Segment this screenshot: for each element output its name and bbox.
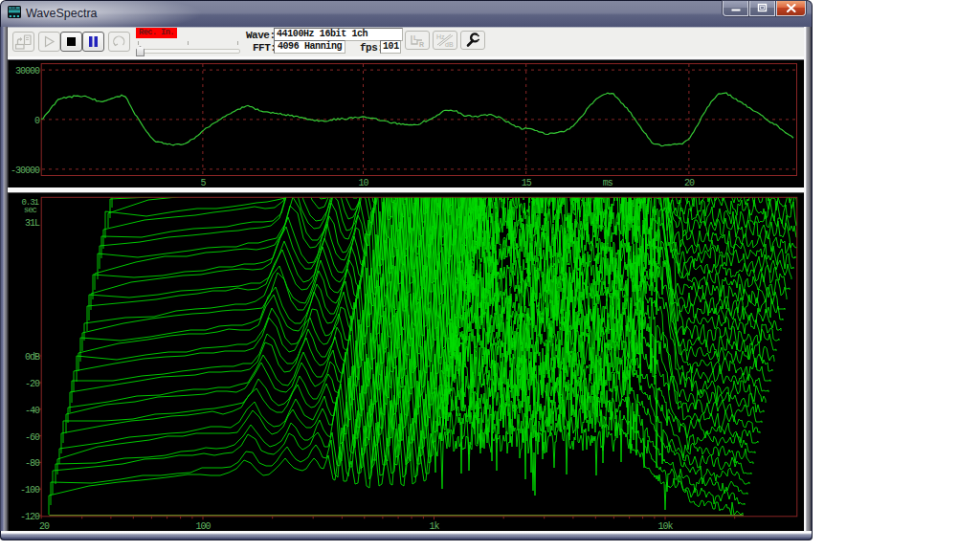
svg-text:31L: 31L — [25, 218, 40, 229]
svg-text:30000: 30000 — [15, 66, 40, 77]
svg-text:-20: -20 — [25, 379, 40, 389]
svg-text:L: L — [413, 34, 418, 41]
svg-text:20: 20 — [684, 178, 695, 187]
svg-text:Hz: Hz — [436, 33, 445, 40]
svg-text:0: 0 — [34, 116, 40, 126]
svg-text:ms: ms — [603, 178, 613, 187]
svg-text:15: 15 — [522, 178, 532, 187]
svg-text:dB: dB — [445, 41, 454, 48]
svg-text:sec: sec — [24, 206, 37, 215]
svg-text:-80: -80 — [25, 458, 40, 469]
svg-text:20: 20 — [39, 521, 50, 532]
svg-text:-100: -100 — [20, 485, 40, 496]
svg-text:-120: -120 — [20, 512, 40, 522]
svg-text:-30000: -30000 — [11, 165, 40, 176]
svg-text:10k: 10k — [657, 521, 673, 532]
svg-text:10: 10 — [358, 178, 368, 187]
svg-text:R: R — [419, 41, 424, 48]
svg-text:0dB: 0dB — [25, 352, 40, 363]
svg-text:-40: -40 — [25, 406, 40, 416]
svg-text:1k: 1k — [429, 521, 439, 532]
svg-text:5: 5 — [200, 178, 206, 187]
svg-text:100: 100 — [195, 521, 211, 532]
svg-text:-60: -60 — [25, 432, 40, 443]
